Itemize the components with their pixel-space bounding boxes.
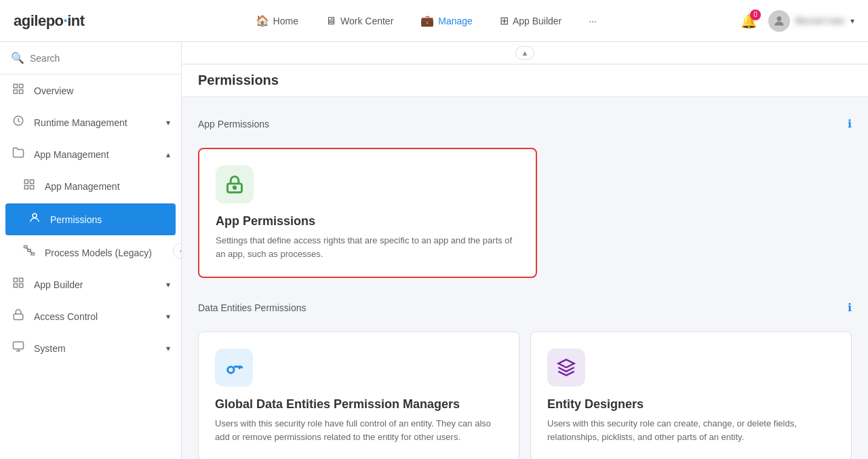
sidebar-item-app-management-child[interactable]: App Management (0, 170, 181, 202)
bell-badge: 0 (750, 9, 761, 20)
nav-links: 🏠 Home 🖥 Work Center 💼 Manage ⊞ App Buil… (112, 9, 741, 33)
svg-rect-20 (14, 314, 23, 319)
svg-line-15 (29, 252, 33, 253)
global-data-card-desc: Users with this security role have full … (215, 417, 502, 443)
sidebar-item-system[interactable]: System ▾ (0, 332, 181, 364)
nav-work-center-label: Work Center (340, 16, 393, 26)
person-icon (27, 212, 42, 227)
svg-point-0 (777, 16, 782, 21)
svg-point-25 (233, 186, 236, 189)
search-input[interactable] (30, 53, 170, 64)
key-icon-wrapper (215, 348, 253, 386)
sidebar-label-permissions: Permissions (50, 214, 165, 225)
svg-rect-9 (31, 186, 34, 189)
hierarchy-icon (22, 245, 37, 260)
chevron-down-icon: ▾ (850, 16, 854, 26)
search-box: 🔍 (0, 42, 181, 75)
overview-icon (11, 83, 26, 98)
sidebar-label-app-management-child: App Management (45, 181, 170, 192)
sidebar-item-overview[interactable]: Overview (0, 75, 181, 106)
nav-home-label: Home (273, 16, 298, 26)
entity-designers-card-desc: Users with this security role can create… (547, 417, 835, 443)
search-icon: 🔍 (11, 52, 24, 64)
system-icon (11, 340, 26, 356)
page-header: Permissions (182, 64, 868, 97)
app-permissions-card-desc: Settings that define access rights that … (216, 234, 519, 260)
content-area: App Permissions ℹ App Permissions Settin… (182, 97, 868, 459)
sidebar: 🔍 Overview Runtime Management ▾ App Mana… (0, 42, 182, 459)
sidebar-item-app-builder[interactable]: App Builder ▾ (0, 268, 181, 300)
sidebar-item-permissions[interactable]: Permissions (5, 203, 176, 235)
svg-rect-6 (24, 180, 28, 183)
logo-text: agilepo·int (14, 12, 85, 30)
svg-rect-18 (14, 284, 17, 287)
sidebar-label-app-management-parent: App Management (34, 149, 158, 160)
nav-home[interactable]: 🏠 Home (245, 9, 309, 33)
logo[interactable]: agilepo·int (14, 12, 85, 30)
sidebar-item-app-management-parent[interactable]: App Management ▴ (0, 138, 181, 170)
collapse-arrow-button[interactable]: ▲ (515, 46, 534, 60)
svg-rect-13 (31, 253, 35, 255)
folder-icon (11, 146, 26, 162)
sidebar-label-app-builder: App Builder (34, 279, 158, 290)
notifications-bell[interactable]: 🔔 0 (741, 13, 757, 29)
sidebar-label-runtime: Runtime Management (34, 117, 158, 128)
sidebar-item-runtime[interactable]: Runtime Management ▾ (0, 106, 181, 138)
user-menu[interactable]: Blurred User ▾ (768, 10, 854, 32)
nav-app-builder[interactable]: ⊞ App Builder (489, 9, 572, 33)
app-builder-icon (11, 277, 26, 292)
sidebar-label-access-control: Access Control (34, 311, 158, 322)
clock-icon (11, 115, 26, 130)
sidebar-label-process-models: Process Models (Legacy) (45, 247, 170, 258)
sidebar-item-process-models[interactable]: Process Models (Legacy) (0, 237, 181, 268)
sidebar-item-access-control[interactable]: Access Control ▾ (0, 300, 181, 332)
svg-rect-8 (24, 186, 28, 189)
app-permissions-section-label: App Permissions (198, 119, 269, 129)
data-entities-info-icon[interactable]: ℹ (848, 301, 852, 314)
sidebar-label-overview: Overview (34, 85, 170, 96)
entity-designers-card[interactable]: Entity Designers Users with this securit… (530, 332, 852, 459)
chevron-app-builder-icon: ▾ (166, 280, 170, 290)
svg-rect-12 (28, 250, 31, 252)
app-permissions-cards: App Permissions Settings that define acc… (198, 148, 852, 278)
svg-line-14 (26, 248, 29, 250)
chevron-app-management-icon: ▴ (166, 150, 170, 159)
more-icon: ··· (589, 16, 597, 26)
grid-icon: ⊞ (500, 14, 509, 27)
app-permissions-section-header: App Permissions ℹ (198, 111, 852, 137)
app-permissions-card-title: App Permissions (216, 214, 519, 228)
main-layout: 🔍 Overview Runtime Management ▾ App Mana… (0, 42, 868, 459)
svg-rect-21 (14, 342, 24, 349)
svg-rect-19 (20, 284, 23, 287)
sidebar-label-system: System (34, 343, 158, 354)
svg-rect-17 (20, 278, 23, 281)
home-icon: 🏠 (256, 14, 269, 27)
app-permissions-info-icon[interactable]: ℹ (848, 117, 852, 130)
svg-rect-1 (14, 84, 17, 87)
entity-icon-wrapper (547, 348, 585, 386)
nav-work-center[interactable]: 🖥 Work Center (315, 9, 404, 33)
svg-rect-16 (14, 278, 17, 281)
data-entities-section-header: Data Entities Permissions ℹ (198, 294, 852, 321)
svg-rect-2 (20, 84, 23, 87)
svg-rect-3 (14, 90, 17, 94)
nav-manage[interactable]: 💼 Manage (410, 9, 484, 33)
main-content: ▲ Permissions App Permissions ℹ (182, 42, 868, 459)
global-data-card-title: Global Data Entities Permission Managers (215, 397, 502, 412)
svg-rect-7 (31, 180, 34, 183)
nav-more[interactable]: ··· (578, 10, 608, 32)
chevron-system-icon: ▾ (166, 344, 170, 353)
app-permissions-card[interactable]: App Permissions Settings that define acc… (198, 148, 537, 278)
chevron-access-control-icon: ▾ (166, 312, 170, 321)
data-entities-section-label: Data Entities Permissions (198, 302, 307, 313)
entity-designers-card-title: Entity Designers (547, 397, 835, 412)
user-name: Blurred User (795, 16, 845, 26)
svg-rect-4 (20, 90, 23, 94)
nav-app-builder-label: App Builder (513, 16, 561, 26)
lock-sidebar-icon (11, 308, 26, 324)
chevron-runtime-icon: ▾ (166, 118, 170, 127)
global-data-card[interactable]: Global Data Entities Permission Managers… (198, 332, 519, 459)
briefcase-icon: 💼 (420, 14, 434, 27)
nav-manage-label: Manage (438, 16, 473, 26)
lock-icon-wrapper (216, 165, 254, 203)
